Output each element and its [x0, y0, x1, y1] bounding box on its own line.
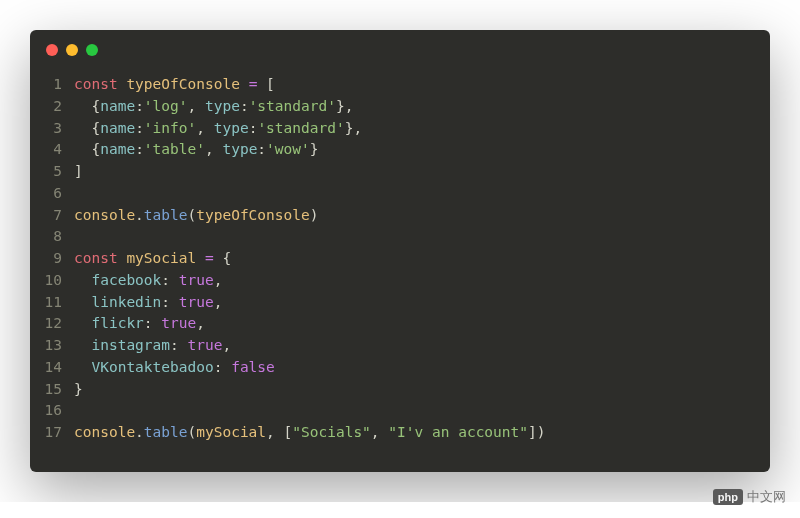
code-line: 3 {name:'info', type:'standard'},: [30, 118, 770, 140]
code-content: const typeOfConsole = [: [74, 74, 275, 96]
code-content: [74, 183, 83, 205]
close-icon[interactable]: [46, 44, 58, 56]
code-line: 10 facebook: true,: [30, 270, 770, 292]
line-number: 3: [30, 118, 74, 140]
code-content: {name:'log', type:'standard'},: [74, 96, 353, 118]
code-content: console.table(typeOfConsole): [74, 205, 318, 227]
line-number: 15: [30, 379, 74, 401]
line-number: 14: [30, 357, 74, 379]
maximize-icon[interactable]: [86, 44, 98, 56]
watermark: php 中文网: [713, 488, 786, 502]
code-line: 7console.table(typeOfConsole): [30, 205, 770, 227]
window-titlebar: [30, 30, 770, 66]
code-line: 4 {name:'table', type:'wow'}: [30, 139, 770, 161]
code-content: instagram: true,: [74, 335, 231, 357]
minimize-icon[interactable]: [66, 44, 78, 56]
code-area: 1const typeOfConsole = [2 {name:'log', t…: [30, 66, 770, 472]
line-number: 4: [30, 139, 74, 161]
code-line: 15}: [30, 379, 770, 401]
line-number: 13: [30, 335, 74, 357]
code-content: VKontaktebadoo: false: [74, 357, 275, 379]
code-line: 6: [30, 183, 770, 205]
code-content: facebook: true,: [74, 270, 222, 292]
watermark-text: 中文网: [747, 488, 786, 502]
code-line: 9const mySocial = {: [30, 248, 770, 270]
line-number: 12: [30, 313, 74, 335]
line-number: 10: [30, 270, 74, 292]
code-content: const mySocial = {: [74, 248, 231, 270]
code-line: 12 flickr: true,: [30, 313, 770, 335]
line-number: 5: [30, 161, 74, 183]
code-line: 13 instagram: true,: [30, 335, 770, 357]
code-line: 14 VKontaktebadoo: false: [30, 357, 770, 379]
code-line: 1const typeOfConsole = [: [30, 74, 770, 96]
code-content: [74, 226, 83, 248]
watermark-badge: php: [713, 489, 743, 502]
code-line: 2 {name:'log', type:'standard'},: [30, 96, 770, 118]
line-number: 6: [30, 183, 74, 205]
code-editor-window: 1const typeOfConsole = [2 {name:'log', t…: [30, 30, 770, 472]
code-line: 8: [30, 226, 770, 248]
code-line: 17console.table(mySocial, ["Socials", "I…: [30, 422, 770, 444]
line-number: 9: [30, 248, 74, 270]
line-number: 8: [30, 226, 74, 248]
code-content: {name:'table', type:'wow'}: [74, 139, 318, 161]
line-number: 16: [30, 400, 74, 422]
code-content: ]: [74, 161, 83, 183]
code-line: 5]: [30, 161, 770, 183]
line-number: 1: [30, 74, 74, 96]
code-content: console.table(mySocial, ["Socials", "I'v…: [74, 422, 545, 444]
code-line: 16: [30, 400, 770, 422]
code-content: linkedin: true,: [74, 292, 222, 314]
line-number: 11: [30, 292, 74, 314]
code-content: flickr: true,: [74, 313, 205, 335]
line-number: 7: [30, 205, 74, 227]
code-content: {name:'info', type:'standard'},: [74, 118, 362, 140]
line-number: 17: [30, 422, 74, 444]
code-line: 11 linkedin: true,: [30, 292, 770, 314]
code-content: }: [74, 379, 83, 401]
line-number: 2: [30, 96, 74, 118]
code-content: [74, 400, 83, 422]
